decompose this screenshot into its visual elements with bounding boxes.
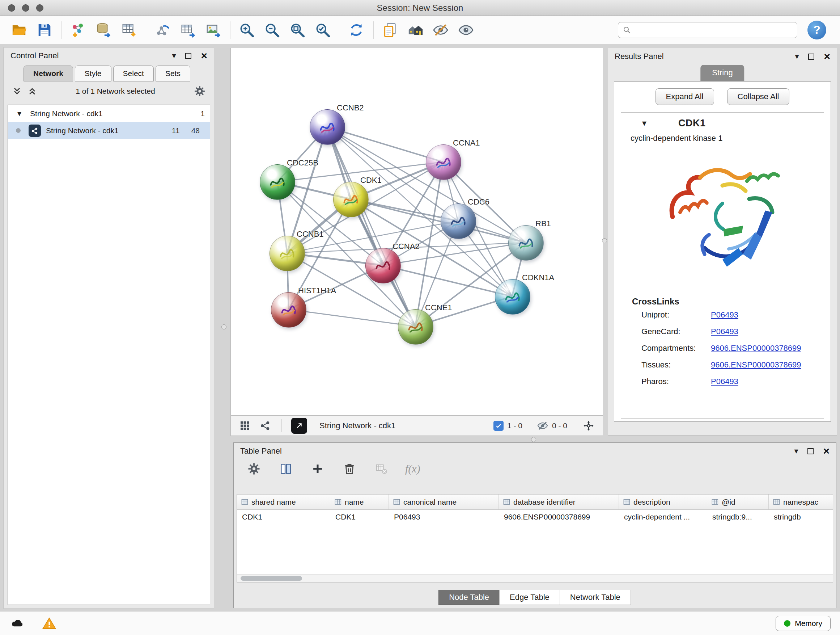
minimize-window-button[interactable] — [22, 4, 29, 11]
save-session-icon[interactable] — [34, 19, 55, 41]
copy-document-icon[interactable] — [379, 19, 401, 41]
tab-sets[interactable]: Sets — [156, 65, 190, 81]
network-edge-CCNB2-CCNA1[interactable] — [327, 127, 443, 162]
crosslink-value[interactable]: P06493 — [711, 310, 738, 320]
panel-menu-icon[interactable]: ▾ — [794, 447, 798, 456]
zoom-fit-icon[interactable] — [287, 19, 308, 41]
panel-menu-icon[interactable]: ▾ — [172, 51, 176, 60]
network-node-CCNB2[interactable] — [309, 109, 345, 145]
panel-float-icon[interactable] — [807, 448, 813, 454]
table-cell[interactable]: P06493 — [389, 513, 499, 521]
network-node-CDK1[interactable] — [333, 182, 369, 217]
collapse-all-button[interactable]: Collapse All — [727, 88, 790, 105]
hide-graphics-details-icon[interactable] — [430, 19, 451, 41]
protein-section-header[interactable]: ▾ CDK1 — [621, 112, 824, 134]
table-cell[interactable]: stringdb:9... — [707, 513, 769, 521]
hidden-eye-icon[interactable] — [537, 420, 548, 432]
column-header-namespac[interactable]: namespac — [769, 494, 830, 509]
panel-float-icon[interactable] — [185, 53, 191, 59]
birdseye-grid-icon[interactable] — [238, 419, 252, 432]
zoom-selected-icon[interactable] — [312, 19, 333, 41]
refresh-layout-icon[interactable] — [346, 19, 367, 41]
tab-string[interactable]: String — [700, 65, 744, 81]
table-row[interactable]: CDK1CDK1P064939606.ENSP00000378699cyclin… — [237, 510, 833, 524]
column-header-description[interactable]: description — [619, 494, 707, 509]
table-settings-gear-icon[interactable] — [246, 461, 262, 477]
collapse-all-networks-icon[interactable] — [12, 86, 22, 96]
import-network-database-icon[interactable] — [93, 19, 114, 41]
tab-network-table[interactable]: Network Table — [560, 590, 631, 605]
export-view-button[interactable] — [291, 418, 307, 434]
memory-button[interactable]: Memory — [775, 616, 831, 631]
panel-close-icon[interactable]: × — [201, 50, 207, 61]
tab-style[interactable]: Style — [75, 65, 111, 81]
crosshair-icon[interactable] — [582, 419, 595, 432]
expand-all-networks-icon[interactable] — [27, 86, 37, 96]
crosslink-value[interactable]: 9606.ENSP00000378699 — [711, 344, 801, 353]
show-columns-icon[interactable] — [278, 461, 294, 477]
maximize-window-button[interactable] — [36, 4, 43, 11]
crosslink-value[interactable]: P06493 — [711, 327, 738, 336]
splitter-handle[interactable] — [602, 238, 607, 243]
panel-close-icon[interactable]: × — [824, 51, 830, 62]
table-cell[interactable]: CDK1 — [237, 513, 330, 521]
horizontal-scrollbar[interactable] — [237, 574, 833, 582]
table-cell[interactable]: CDK1 — [330, 513, 389, 521]
column-header--id[interactable]: @id — [707, 494, 769, 509]
open-session-icon[interactable] — [9, 19, 30, 41]
column-header-canonical-name[interactable]: canonical name — [389, 494, 499, 509]
network-node-CDKN1A[interactable] — [495, 279, 531, 315]
column-header-name[interactable]: name — [330, 494, 389, 509]
network-node-HIST1H1A[interactable] — [271, 292, 306, 328]
panel-close-icon[interactable]: × — [823, 446, 829, 456]
network-edge-CCNB2-CCNE1[interactable] — [327, 127, 415, 326]
zoom-in-icon[interactable] — [236, 19, 257, 41]
export-image-icon[interactable] — [202, 19, 224, 41]
network-node-RB1[interactable] — [508, 225, 544, 261]
network-node-CCNA2[interactable] — [365, 248, 401, 283]
homes-icon[interactable] — [405, 19, 426, 41]
search-box[interactable] — [618, 22, 797, 38]
protein-collapse-icon[interactable]: ▾ — [642, 118, 646, 128]
search-input[interactable] — [635, 26, 793, 35]
eye-icon[interactable] — [455, 19, 477, 41]
add-column-icon[interactable] — [309, 461, 325, 477]
network-node-CCNE1[interactable] — [398, 309, 433, 345]
tab-edge-table[interactable]: Edge Table — [499, 590, 560, 605]
network-node-CCNB1[interactable] — [270, 236, 305, 271]
string-share-icon[interactable] — [258, 419, 272, 432]
splitter-handle[interactable] — [221, 325, 226, 329]
network-row[interactable]: String Network - cdk1 11 48 — [8, 122, 210, 139]
crosslink-value[interactable]: 9606.ENSP00000378699 — [711, 360, 801, 370]
network-canvas[interactable]: CCNB2CCNA1CDC25BCDK1CDC6RB1CCNB1CCNA2CDK… — [231, 48, 603, 416]
export-network-icon[interactable] — [152, 19, 173, 41]
panel-float-icon[interactable] — [808, 54, 814, 60]
cloud-icon[interactable] — [9, 616, 25, 631]
network-options-gear-icon[interactable] — [194, 85, 206, 97]
function-builder-icon[interactable]: f(x) — [405, 463, 420, 475]
expand-all-button[interactable]: Expand All — [655, 88, 714, 105]
table-cell[interactable]: stringdb — [769, 513, 830, 521]
export-table-icon[interactable] — [177, 19, 198, 41]
network-edge-HIST1H1A-CCNE1[interactable] — [289, 310, 415, 326]
network-node-CCNA1[interactable] — [426, 144, 461, 180]
column-header-database-identifier[interactable]: database identifier — [499, 494, 619, 509]
network-node-CDC6[interactable] — [441, 203, 476, 239]
delete-column-icon[interactable] — [341, 461, 357, 477]
help-icon[interactable]: ? — [807, 21, 826, 40]
network-node-CDC25B[interactable] — [260, 165, 295, 200]
zoom-out-icon[interactable] — [262, 19, 283, 41]
import-table-file-icon[interactable] — [118, 19, 139, 41]
tab-select[interactable]: Select — [113, 65, 154, 81]
column-header-shared-name[interactable]: shared name — [237, 494, 330, 509]
crosslink-value[interactable]: P06493 — [711, 377, 738, 386]
import-network-file-icon[interactable] — [68, 19, 88, 41]
network-collection-row[interactable]: ▾ String Network - cdk1 1 — [8, 105, 210, 122]
scrollbar-thumb[interactable] — [240, 576, 302, 581]
table-cell[interactable]: 9606.ENSP00000378699 — [499, 513, 619, 521]
close-window-button[interactable] — [8, 4, 15, 11]
table-cell[interactable]: cyclin-dependent ... — [619, 513, 707, 521]
splitter-handle[interactable] — [531, 437, 536, 442]
collection-expand-icon[interactable]: ▾ — [17, 109, 21, 119]
selected-checkbox-icon[interactable] — [493, 421, 504, 431]
